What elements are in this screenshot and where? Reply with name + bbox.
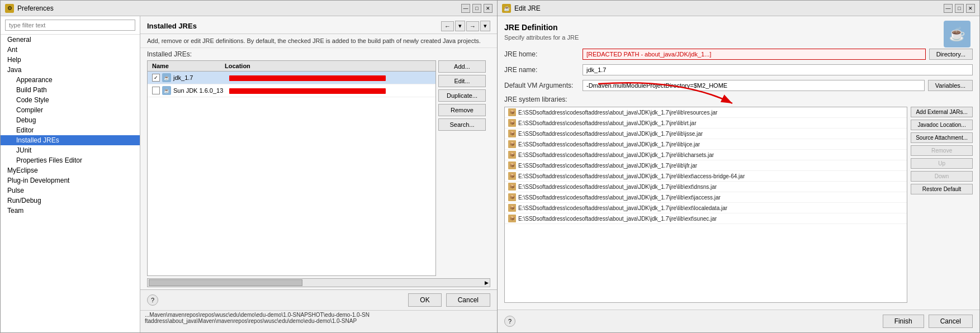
sidebar-item-plugindevelopment[interactable]: Plug-in Development	[1, 175, 140, 185]
sidebar-item-myeclipse[interactable]: MyEclipse	[1, 165, 140, 175]
jar-icon-2: 📦	[508, 130, 516, 137]
jre-name-input[interactable]	[583, 64, 973, 75]
source-attachment-button[interactable]: Source Attachment...	[911, 132, 973, 143]
sidebar-item-help[interactable]: Help	[1, 55, 140, 65]
editjre-section-subtitle: Specify attributes for a JRE	[504, 34, 973, 41]
scroll-right-btn[interactable]: ▶	[485, 280, 489, 286]
panel-title: Installed JREs	[147, 22, 197, 30]
editjre-cancel-button[interactable]: Cancel	[929, 315, 973, 328]
jre-checkbox-0[interactable]: ✓	[152, 74, 160, 82]
jre-home-row: JRE home: Directory...	[504, 49, 973, 60]
down-button[interactable]: Down	[911, 171, 973, 182]
jre-row-1[interactable]: ☕ Sun JDK 1.6.0_13	[148, 84, 435, 97]
editjre-titlebar-controls: — □ ✕	[944, 4, 975, 13]
close-button[interactable]: ✕	[484, 4, 493, 13]
search-input[interactable]	[5, 20, 135, 31]
syslib-path-10: E:\SSDsoftaddress\codesoftaddress\about_…	[518, 216, 717, 222]
syslib-path-6: E:\SSDsoftaddress\codesoftaddress\about_…	[518, 173, 745, 179]
jre-name-row: JRE name:	[504, 64, 973, 75]
scrollbar-thumb[interactable]	[149, 279, 302, 286]
syslib-item-8[interactable]: 📦 E:\SSDsoftaddress\codesoftaddress\abou…	[505, 192, 907, 203]
dropdown2-toolbar-btn[interactable]: ▾	[480, 21, 490, 31]
help-button[interactable]: ?	[147, 294, 158, 306]
editjre-maximize-button[interactable]: □	[955, 4, 964, 13]
dropdown-toolbar-btn[interactable]: ▾	[455, 21, 465, 31]
restore-default-button[interactable]: Restore Default	[911, 184, 973, 194]
sidebar: General Ant Help Java Appearance Build P…	[1, 16, 140, 332]
sidebar-item-appearance[interactable]: Appearance	[1, 75, 140, 85]
minimize-button[interactable]: —	[461, 4, 470, 13]
status-text-1: ...Maven\mavenrepos\repos\wusc\edu\demo\…	[145, 312, 493, 318]
syslib-item-5[interactable]: 📦 E:\SSDsoftaddress\codesoftaddress\abou…	[505, 160, 907, 171]
jar-icon-3: 📦	[508, 140, 516, 148]
directory-button[interactable]: Directory...	[929, 49, 973, 60]
syslib-item-4[interactable]: 📦 E:\SSDsoftaddress\codesoftaddress\abou…	[505, 150, 907, 160]
javadoc-location-button[interactable]: Javadoc Location...	[911, 120, 973, 130]
sidebar-item-codestyle[interactable]: Code Style	[1, 95, 140, 105]
editjre-close-button[interactable]: ✕	[966, 4, 975, 13]
editjre-help-button[interactable]: ?	[504, 316, 515, 327]
sidebar-item-compiler[interactable]: Compiler	[1, 105, 140, 115]
jre-table-area: Name Location ✓ ☕ jdk_1.7	[147, 60, 490, 276]
sidebar-item-junit[interactable]: JUnit	[1, 145, 140, 155]
cancel-button[interactable]: Cancel	[446, 293, 490, 307]
syslib-item-7[interactable]: 📦 E:\SSDsoftaddress\codesoftaddress\abou…	[505, 182, 907, 192]
syslib-path-8: E:\SSDsoftaddress\codesoftaddress\about_…	[518, 194, 721, 201]
sidebar-item-rundebug[interactable]: Run/Debug	[1, 196, 140, 206]
variables-button[interactable]: Variables...	[928, 80, 973, 91]
jre-scrollable[interactable]: Name Location ✓ ☕ jdk_1.7	[147, 60, 436, 276]
syslib-item-3[interactable]: 📦 E:\SSDsoftaddress\codesoftaddress\abou…	[505, 139, 907, 150]
jre-row-0[interactable]: ✓ ☕ jdk_1.7	[148, 72, 435, 84]
default-vm-input[interactable]	[583, 80, 925, 91]
syslib-path-9: E:\SSDsoftaddress\codesoftaddress\about_…	[518, 205, 727, 211]
back-toolbar-btn[interactable]: ←	[441, 21, 454, 31]
editjre-titlebar: ☕ Edit JRE — □ ✕	[498, 1, 979, 16]
jre-checkbox-1[interactable]	[152, 87, 160, 94]
sidebar-item-installedjres[interactable]: Installed JREs	[1, 135, 140, 145]
sidebar-item-java[interactable]: Java	[1, 65, 140, 75]
add-external-jars-button[interactable]: Add External JARs...	[911, 107, 973, 117]
jar-icon-4: 📦	[508, 151, 516, 159]
editjre-minimize-button[interactable]: —	[944, 4, 953, 13]
syslib-item-6[interactable]: 📦 E:\SSDsoftaddress\codesoftaddress\abou…	[505, 171, 907, 182]
panel-header: Installed JREs ← ▾ → ▾	[140, 16, 497, 34]
jdk-icon-0: ☕	[162, 73, 171, 82]
titlebar-left: ⚙ Preferences	[5, 4, 54, 13]
jar-icon-7: 📦	[508, 183, 516, 191]
sidebar-item-propertiesfileseditor[interactable]: Properties Files Editor	[1, 155, 140, 165]
syslibs-buttons: Add External JARs... Javadoc Location...…	[911, 107, 973, 303]
search-button[interactable]: Search...	[438, 118, 486, 131]
syslib-item-0[interactable]: 📦 E:\SSDsoftaddress\codesoftaddress\abou…	[505, 107, 907, 118]
main-panel: Installed JREs ← ▾ → ▾ Add, remove or ed…	[140, 16, 497, 332]
syslib-path-7: E:\SSDsoftaddress\codesoftaddress\about_…	[518, 184, 717, 190]
jre-home-input[interactable]	[583, 49, 926, 60]
horizontal-scrollbar[interactable]: ▶	[147, 278, 490, 287]
sidebar-item-general[interactable]: General	[1, 35, 140, 45]
ok-button[interactable]: OK	[408, 293, 441, 307]
edit-button[interactable]: Edit...	[438, 75, 486, 87]
default-vm-label: Default VM Arguments:	[504, 82, 583, 89]
sidebar-item-debug[interactable]: Debug	[1, 115, 140, 125]
duplicate-button[interactable]: Duplicate...	[438, 89, 486, 102]
up-button[interactable]: Up	[911, 158, 973, 169]
syslib-item-1[interactable]: 📦 E:\SSDsoftaddress\codesoftaddress\abou…	[505, 118, 907, 129]
remove-button[interactable]: Remove	[438, 104, 486, 116]
search-box	[1, 16, 140, 35]
sidebar-item-pulse[interactable]: Pulse	[1, 185, 140, 196]
syslib-item-10[interactable]: 📦 E:\SSDsoftaddress\codesoftaddress\abou…	[505, 213, 907, 224]
syslibs-label: JRE system libraries:	[504, 96, 973, 103]
add-button[interactable]: Add...	[438, 60, 486, 73]
sidebar-item-team[interactable]: Team	[1, 206, 140, 216]
sidebar-item-buildpath[interactable]: Build Path	[1, 85, 140, 95]
syslib-path-0: E:\SSDsoftaddress\codesoftaddress\about_…	[518, 110, 717, 116]
syslib-item-9[interactable]: 📦 E:\SSDsoftaddress\codesoftaddress\abou…	[505, 203, 907, 213]
sidebar-item-ant[interactable]: Ant	[1, 45, 140, 55]
forward-toolbar-btn[interactable]: →	[466, 21, 479, 31]
syslibs-list[interactable]: 📦 E:\SSDsoftaddress\codesoftaddress\abou…	[504, 107, 907, 303]
syslib-item-2[interactable]: 📦 E:\SSDsoftaddress\codesoftaddress\abou…	[505, 129, 907, 139]
syslibs-remove-button[interactable]: Remove	[911, 145, 973, 156]
finish-button[interactable]: Finish	[883, 315, 924, 328]
maximize-button[interactable]: □	[472, 4, 481, 13]
jre-name-0: jdk_1.7	[173, 74, 229, 81]
sidebar-item-editor[interactable]: Editor	[1, 125, 140, 135]
